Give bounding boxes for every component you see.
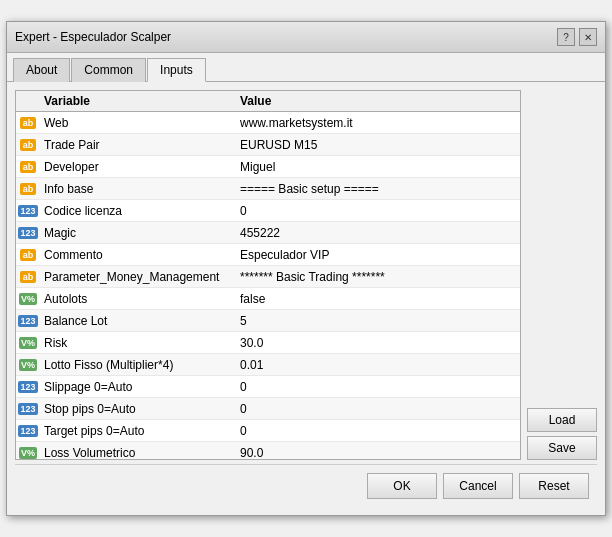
table-row[interactable]: ab Info base ===== Basic setup ===== <box>16 178 520 200</box>
table-row[interactable]: ab Web www.marketsystem.it <box>16 112 520 134</box>
table-row[interactable]: ab Developer Miguel <box>16 156 520 178</box>
table-row[interactable]: V% Lotto Fisso (Multiplier*4) 0.01 <box>16 354 520 376</box>
row-icon: ab <box>16 161 40 173</box>
tab-common[interactable]: Common <box>71 58 146 82</box>
table-row[interactable]: 123 Codice licenza 0 <box>16 200 520 222</box>
row-name: Web <box>40 114 236 132</box>
ok-button[interactable]: OK <box>367 473 437 499</box>
row-icon: 123 <box>16 425 40 437</box>
help-button[interactable]: ? <box>557 28 575 46</box>
row-value: ******* Basic Trading ******* <box>236 268 520 286</box>
tab-inputs[interactable]: Inputs <box>147 58 206 82</box>
table-row[interactable]: ab Trade Pair EURUSD M15 <box>16 134 520 156</box>
title-bar-left: Expert - Especulador Scalper <box>15 30 171 44</box>
row-name: Loss Volumetrico <box>40 444 236 460</box>
type-icon: V% <box>19 293 37 305</box>
row-icon: V% <box>16 337 40 349</box>
type-icon: 123 <box>18 315 37 327</box>
tab-about[interactable]: About <box>13 58 70 82</box>
row-value: 0 <box>236 422 520 440</box>
table-row[interactable]: 123 Slippage 0=Auto 0 <box>16 376 520 398</box>
row-value: 0.01 <box>236 356 520 374</box>
row-value: Miguel <box>236 158 520 176</box>
main-area: Variable Value ab Web www.marketsystem.i… <box>15 90 597 460</box>
type-icon: V% <box>19 359 37 371</box>
row-value: 5 <box>236 312 520 330</box>
table-row[interactable]: V% Autolots false <box>16 288 520 310</box>
row-icon: ab <box>16 271 40 283</box>
dialog-title: Expert - Especulador Scalper <box>15 30 171 44</box>
table-row[interactable]: V% Loss Volumetrico 90.0 <box>16 442 520 459</box>
row-name: Developer <box>40 158 236 176</box>
table-section: Variable Value ab Web www.marketsystem.i… <box>15 90 521 460</box>
row-name: Balance Lot <box>40 312 236 330</box>
row-name: Slippage 0=Auto <box>40 378 236 396</box>
type-icon: V% <box>19 337 37 349</box>
type-icon: ab <box>20 183 36 195</box>
header-value: Value <box>240 94 516 108</box>
bottom-buttons: OK Cancel Reset <box>15 464 597 507</box>
table-row[interactable]: V% Risk 30.0 <box>16 332 520 354</box>
row-value: www.marketsystem.it <box>236 114 520 132</box>
row-value: 30.0 <box>236 334 520 352</box>
row-value: 0 <box>236 400 520 418</box>
row-icon: V% <box>16 293 40 305</box>
content-area: Variable Value ab Web www.marketsystem.i… <box>7 82 605 515</box>
row-name: Parameter_Money_Management <box>40 268 236 286</box>
row-name: Stop pips 0=Auto <box>40 400 236 418</box>
tab-bar: About Common Inputs <box>7 53 605 82</box>
row-value: Especulador VIP <box>236 246 520 264</box>
row-icon: ab <box>16 117 40 129</box>
row-name: Lotto Fisso (Multiplier*4) <box>40 356 236 374</box>
row-name: Target pips 0=Auto <box>40 422 236 440</box>
side-buttons: Load Save <box>521 90 597 460</box>
reset-button[interactable]: Reset <box>519 473 589 499</box>
table-row[interactable]: ab Parameter_Money_Management ******* Ba… <box>16 266 520 288</box>
close-button[interactable]: ✕ <box>579 28 597 46</box>
row-icon: 123 <box>16 403 40 415</box>
table-row[interactable]: 123 Magic 455222 <box>16 222 520 244</box>
row-value: EURUSD M15 <box>236 136 520 154</box>
row-name: Info base <box>40 180 236 198</box>
type-icon: ab <box>20 117 36 129</box>
type-icon: V% <box>19 447 37 459</box>
row-value: 90.0 <box>236 444 520 460</box>
type-icon: 123 <box>18 205 37 217</box>
table-body[interactable]: ab Web www.marketsystem.it ab Trade Pair… <box>16 112 520 459</box>
type-icon: ab <box>20 249 36 261</box>
row-value: 0 <box>236 378 520 396</box>
type-icon: 123 <box>18 403 37 415</box>
cancel-button[interactable]: Cancel <box>443 473 513 499</box>
row-icon: ab <box>16 139 40 151</box>
table-row[interactable]: 123 Stop pips 0=Auto 0 <box>16 398 520 420</box>
table-row[interactable]: ab Commento Especulador VIP <box>16 244 520 266</box>
table-row[interactable]: 123 Target pips 0=Auto 0 <box>16 420 520 442</box>
row-icon: 123 <box>16 227 40 239</box>
row-name: Risk <box>40 334 236 352</box>
row-name: Codice licenza <box>40 202 236 220</box>
row-name: Autolots <box>40 290 236 308</box>
header-variable: Variable <box>20 94 240 108</box>
row-value: 0 <box>236 202 520 220</box>
table-wrapper: Variable Value ab Web www.marketsystem.i… <box>15 90 521 460</box>
table-row[interactable]: 123 Balance Lot 5 <box>16 310 520 332</box>
title-bar: Expert - Especulador Scalper ? ✕ <box>7 22 605 53</box>
row-value: ===== Basic setup ===== <box>236 180 520 198</box>
load-button[interactable]: Load <box>527 408 597 432</box>
row-icon: 123 <box>16 381 40 393</box>
row-name: Magic <box>40 224 236 242</box>
row-icon: V% <box>16 447 40 459</box>
row-name: Trade Pair <box>40 136 236 154</box>
type-icon: ab <box>20 161 36 173</box>
row-icon: 123 <box>16 315 40 327</box>
row-icon: V% <box>16 359 40 371</box>
table-header: Variable Value <box>16 91 520 112</box>
save-button[interactable]: Save <box>527 436 597 460</box>
type-icon: ab <box>20 271 36 283</box>
row-icon: ab <box>16 249 40 261</box>
title-bar-icons: ? ✕ <box>557 28 597 46</box>
type-icon: 123 <box>18 425 37 437</box>
type-icon: 123 <box>18 227 37 239</box>
type-icon: ab <box>20 139 36 151</box>
type-icon: 123 <box>18 381 37 393</box>
